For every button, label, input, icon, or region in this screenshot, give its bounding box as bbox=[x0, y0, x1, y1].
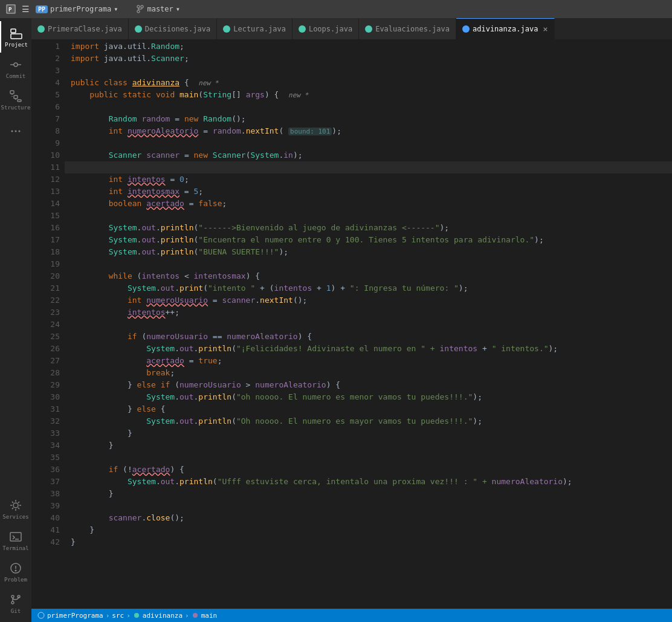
code-area[interactable]: import java.util.Random; import java.uti… bbox=[65, 39, 672, 609]
sidebar-item-services[interactable]: Services bbox=[0, 493, 31, 525]
code-line-30: System.out.println("oh noooo. El numero … bbox=[65, 391, 672, 403]
line-15: 15 bbox=[31, 210, 60, 222]
line-11: 11 bbox=[31, 161, 60, 173]
project-label: PP primerPrograma ▾ bbox=[36, 5, 118, 13]
tab-adivinanza[interactable]: adivinanza.java × bbox=[456, 18, 555, 39]
line-42: 42 bbox=[31, 536, 60, 548]
tab-primera-clase[interactable]: PrimeraClase.java bbox=[31, 18, 129, 39]
code-line-42: } bbox=[65, 536, 672, 548]
line-1: 1 bbox=[31, 40, 60, 53]
line-21: 21 bbox=[31, 282, 60, 294]
code-line-23: intentos++; bbox=[65, 306, 672, 319]
status-bar: primerPrograma › src › adivinanza › main bbox=[31, 609, 672, 622]
sidebar-item-terminal[interactable]: Terminal bbox=[0, 525, 31, 556]
line-13: 13 bbox=[31, 186, 60, 198]
code-line-9 bbox=[65, 137, 672, 149]
line-37: 37 bbox=[31, 476, 60, 488]
svg-rect-10 bbox=[10, 91, 14, 94]
code-line-25: if (numeroUsuario == numeroAleatorio) { bbox=[65, 331, 672, 343]
line-10: 10 bbox=[31, 149, 60, 161]
svg-point-29 bbox=[193, 613, 198, 618]
editor-area: PrimeraClase.java Decisiones.java Lectur… bbox=[31, 18, 672, 622]
svg-rect-6 bbox=[11, 34, 22, 39]
svg-rect-12 bbox=[18, 100, 21, 102]
code-line-38: } bbox=[65, 488, 672, 500]
code-line-17: System.out.println("Encuentra el numero … bbox=[65, 234, 672, 246]
hamburger-menu[interactable]: ☰ bbox=[22, 4, 30, 14]
code-line-5: public static void main(String[] args) {… bbox=[65, 89, 672, 101]
sidebar-item-commit[interactable]: Commit bbox=[0, 53, 31, 84]
svg-point-3 bbox=[137, 10, 140, 13]
sidebar-item-more[interactable] bbox=[0, 115, 31, 147]
code-line-32: System.out.println("Oh noooo. El numero … bbox=[65, 415, 672, 427]
tab-icon-primera bbox=[37, 25, 45, 33]
tab-lectura[interactable]: Lectura.java bbox=[217, 18, 292, 39]
code-line-41: } bbox=[65, 524, 672, 536]
tab-evaluaciones[interactable]: Evaluaciones.java bbox=[359, 18, 456, 39]
svg-text:P: P bbox=[8, 7, 12, 13]
code-line-18: System.out.println("BUENA SUERTE!!!"); bbox=[65, 246, 672, 258]
line-5: ▶ 5 bbox=[31, 89, 60, 101]
sidebar-item-git[interactable]: Git bbox=[0, 588, 31, 619]
svg-point-2 bbox=[137, 5, 140, 8]
line-2: 2 bbox=[31, 53, 60, 65]
sidebar: Project Commit Structure Services Termin… bbox=[0, 18, 31, 622]
code-line-33: } bbox=[65, 427, 672, 439]
code-line-14: boolean acertado = false; bbox=[65, 198, 672, 210]
code-line-2: import java.util.Scanner; bbox=[65, 53, 672, 65]
svg-point-25 bbox=[11, 601, 14, 604]
line-36: 36 bbox=[31, 464, 60, 476]
svg-point-27 bbox=[38, 612, 44, 618]
code-line-34: } bbox=[65, 439, 672, 452]
main-container: Project Commit Structure Services Termin… bbox=[0, 18, 672, 622]
line-29: 29 bbox=[31, 379, 60, 391]
code-line-35 bbox=[65, 452, 672, 464]
line-39: 39 bbox=[31, 500, 60, 512]
code-line-24 bbox=[65, 319, 672, 331]
line-16: 16 bbox=[31, 222, 60, 234]
tab-close-adivinanza[interactable]: × bbox=[543, 24, 548, 34]
line-18: 18 bbox=[31, 246, 60, 258]
code-line-12: int intentos = 0; bbox=[65, 173, 672, 186]
svg-point-28 bbox=[134, 613, 139, 618]
svg-point-15 bbox=[11, 131, 13, 132]
svg-rect-19 bbox=[10, 533, 21, 541]
tab-decisiones[interactable]: Decisiones.java bbox=[129, 18, 217, 39]
line-34: 34 bbox=[31, 439, 60, 452]
code-line-8: int numeroAleatorio = random.nextInt( bo… bbox=[65, 125, 672, 137]
tab-icon-lectura bbox=[223, 25, 230, 33]
line-12: 12 bbox=[31, 173, 60, 186]
svg-rect-11 bbox=[14, 96, 18, 99]
app-icon: P bbox=[6, 4, 16, 14]
code-line-40: scanner.close(); bbox=[65, 512, 672, 524]
line-28: 28 bbox=[31, 367, 60, 379]
code-line-10: Scanner scanner = new Scanner(System.in)… bbox=[65, 149, 672, 161]
pp-badge: PP bbox=[36, 5, 48, 13]
line-41: 41 bbox=[31, 524, 60, 536]
line-38: 38 bbox=[31, 488, 60, 500]
code-line-39 bbox=[65, 500, 672, 512]
sidebar-item-project[interactable]: Project bbox=[0, 21, 31, 53]
tab-icon-decisiones bbox=[135, 25, 142, 33]
code-line-26: System.out.println("¡Felicidades! Adivin… bbox=[65, 343, 672, 355]
sidebar-item-problem[interactable]: Problem bbox=[0, 556, 31, 588]
sidebar-item-structure[interactable]: Structure bbox=[0, 84, 31, 115]
line-4: ▶ 4 bbox=[31, 77, 60, 89]
titlebar: P ☰ PP primerPrograma ▾ master ▾ bbox=[0, 0, 672, 18]
tab-loops[interactable]: Loops.java bbox=[292, 18, 359, 39]
line-numbers: 1 2 3 ▶ 4 ▶ 5 6 7 8 9 10 11 12 13 14 bbox=[31, 39, 65, 609]
code-line-4: public class adivinanza { new * bbox=[65, 77, 672, 89]
line-6: 6 bbox=[31, 101, 60, 113]
line-30: 30 bbox=[31, 391, 60, 403]
svg-point-18 bbox=[13, 503, 18, 508]
code-line-31: } else { bbox=[65, 403, 672, 415]
code-line-22: int numeroUsuario = scanner.nextInt(); bbox=[65, 294, 672, 306]
line-35: 35 bbox=[31, 452, 60, 464]
code-line-1: import java.util.Random; bbox=[65, 40, 672, 53]
line-3: 3 bbox=[31, 65, 60, 77]
line-32: 32 bbox=[31, 415, 60, 427]
line-23: 23 bbox=[31, 306, 60, 319]
code-line-27: acertado = true; bbox=[65, 355, 672, 367]
svg-point-16 bbox=[15, 131, 17, 132]
code-line-15 bbox=[65, 210, 672, 222]
